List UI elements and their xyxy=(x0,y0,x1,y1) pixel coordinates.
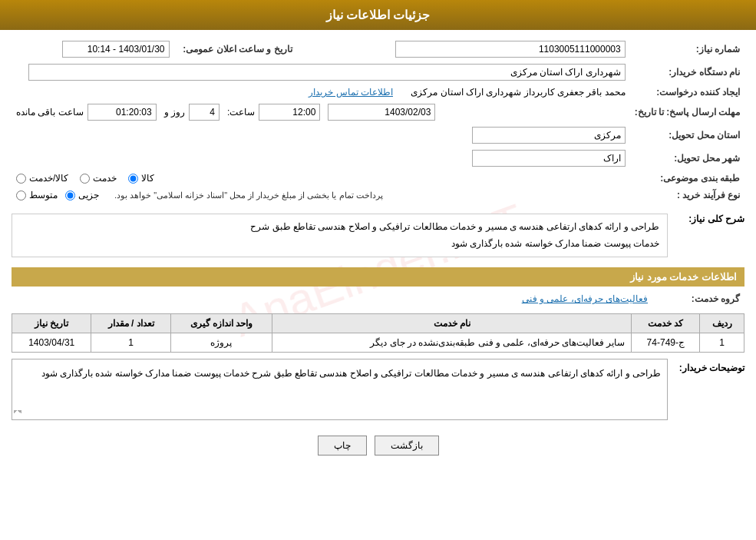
table-row: 1 ج-749-74 سایر فعالیت‌های حرفه‌ای، علمی… xyxy=(12,333,744,353)
radio-kala-khadamat[interactable]: کالا/خدمت xyxy=(16,173,68,184)
page-title: جزئیات اطلاعات نیاز xyxy=(326,8,431,22)
shomare-niaz-input[interactable] xyxy=(395,41,626,58)
cell-vahed: پروژه xyxy=(170,333,272,353)
date-input[interactable] xyxy=(328,104,435,121)
bazgasht-button[interactable]: بازگشت xyxy=(375,436,439,456)
tozihat-section: توضیحات خریدار: طراحی و ارائه کدهای ارتف… xyxy=(12,359,744,420)
cell-tedad: 1 xyxy=(91,333,170,353)
cell-radif: 1 xyxy=(700,333,744,353)
cell-kod: ج-749-74 xyxy=(632,333,700,353)
radio-motavaset[interactable]: متوسط xyxy=(16,190,58,200)
nam-dastgah-input[interactable] xyxy=(28,64,626,81)
farayand-notice: پرداخت تمام یا بخشی از مبلغ خریدار از مح… xyxy=(114,190,383,200)
baghimande-label: ساعت باقی مانده xyxy=(16,107,84,118)
tozihat-label: توضیحات خریدار: xyxy=(668,359,744,373)
sharh-text1: طراحی و ارائه کدهای ارتفاعی هندسه ی مسیر… xyxy=(20,219,659,236)
cell-tarikh: 1403/04/31 xyxy=(12,333,91,353)
shahr-input[interactable] xyxy=(472,150,626,167)
services-table: ردیف کد خدمت نام خدمت واحد اندازه گیری ت… xyxy=(12,313,744,353)
chap-button[interactable]: چاپ xyxy=(318,436,367,456)
radio-kala[interactable]: کالا xyxy=(128,173,154,184)
col-vahed: واحد اندازه گیری xyxy=(170,314,272,333)
col-tedad: تعداد / مقدار xyxy=(91,314,170,333)
ijad-text: محمد باقر جعفری کاربرداز شهرداری اراک اس… xyxy=(411,87,625,98)
baghimande-input[interactable] xyxy=(87,104,157,121)
col-name: نام خدمت xyxy=(272,314,632,333)
ostan-label: استان محل تحویل: xyxy=(630,124,744,147)
shomare-niaz-value xyxy=(297,38,630,61)
shahr-label: شهر محل تحویل: xyxy=(630,147,744,170)
radio-jozi[interactable]: جزیی xyxy=(65,190,99,200)
tozihat-content: طراحی و ارائه کدهای ارتفاعی هندسه ی مسیر… xyxy=(12,359,668,420)
main-info-table: شماره نیاز: تاریخ و ساعت اعلان عمومی: نا… xyxy=(12,38,744,204)
mohlat-row: ساعت باقی مانده روز و ساعت: xyxy=(12,101,630,124)
saaat-input[interactable] xyxy=(259,104,320,121)
shomare-niaz-label: شماره نیاز: xyxy=(630,38,744,61)
cell-name: سایر فعالیت‌های حرفه‌ای، علمی و فنی طبقه… xyxy=(272,333,632,353)
sharh-label: شرح کلی نیاز: xyxy=(668,210,744,224)
resize-handle[interactable] xyxy=(14,410,21,418)
col-tarikh: تاریخ نیاز xyxy=(12,314,91,333)
noe-farayand-label: نوع فرآیند خرید : xyxy=(630,187,744,204)
page-header: جزئیات اطلاعات نیاز xyxy=(0,0,756,30)
ijad-label: ایجاد کننده درخواست: xyxy=(630,84,744,101)
saaat-label: ساعت: xyxy=(227,107,255,118)
tabaqe-radios: کالا/خدمت خدمت کالا xyxy=(12,170,630,187)
sharh-content: طراحی و ارائه کدهای ارتفاعی هندسه ی مسیر… xyxy=(12,210,668,261)
rooz-label: روز و xyxy=(164,107,185,118)
col-radif: ردیف xyxy=(700,314,744,333)
col-kod: کد خدمت xyxy=(632,314,700,333)
tarikh-value xyxy=(12,38,174,61)
group-link[interactable]: فعالیت‌های حرفه‌ای، علمی و فنی xyxy=(522,293,648,304)
sharh-box: طراحی و ارائه کدهای ارتفاعی هندسه ی مسیر… xyxy=(12,214,668,257)
group-khadamat-table: گروه خدمت: فعالیت‌های حرفه‌ای، علمی و فن… xyxy=(12,290,744,307)
button-row: بازگشت چاپ xyxy=(12,426,744,465)
tozihat-box: طراحی و ارائه کدهای ارتفاعی هندسه ی مسیر… xyxy=(12,359,668,420)
ostan-input[interactable] xyxy=(472,127,626,144)
tarikh-label: تاریخ و ساعت اعلان عمومی: xyxy=(174,38,297,61)
sharh-section: شرح کلی نیاز: طراحی و ارائه کدهای ارتفاع… xyxy=(12,210,744,261)
tozihat-text: طراحی و ارائه کدهای ارتفاعی هندسه ی مسیر… xyxy=(41,368,661,379)
tarikh-input[interactable] xyxy=(62,41,170,58)
ijad-value: محمد باقر جعفری کاربرداز شهرداری اراک اس… xyxy=(12,84,630,101)
ostan-value xyxy=(12,124,630,147)
saaat-group: ساعت: xyxy=(227,104,320,121)
baghimande-group: ساعت باقی مانده xyxy=(16,104,157,121)
nam-dastgah-value xyxy=(12,61,630,84)
group-value: فعالیت‌های حرفه‌ای، علمی و فنی xyxy=(12,290,652,307)
sharh-text2: خدمات پیوست ضمنا مدارک خواسته شده بارگذا… xyxy=(20,236,659,253)
rooz-input[interactable] xyxy=(189,104,220,121)
nam-dastgah-label: نام دستگاه خریدار: xyxy=(630,61,744,84)
tabaqe-label: طبقه بندی موضوعی: xyxy=(630,170,744,187)
noe-farayand-row: متوسط جزیی پرداخت تمام یا بخشی از مبلغ خ… xyxy=(12,187,630,204)
group-label: گروه خدمت: xyxy=(652,290,744,307)
mohlat-label: مهلت ارسال پاسخ: تا تاریخ: xyxy=(630,101,744,124)
ettelaat-link[interactable]: اطلاعات تماس خریدار xyxy=(309,87,393,98)
rooz-group: روز و xyxy=(164,104,220,121)
shahr-value xyxy=(12,147,630,170)
khadamat-title: اطلاعات خدمات مورد نیاز xyxy=(12,267,744,287)
radio-khadamat[interactable]: خدمت xyxy=(80,173,117,184)
